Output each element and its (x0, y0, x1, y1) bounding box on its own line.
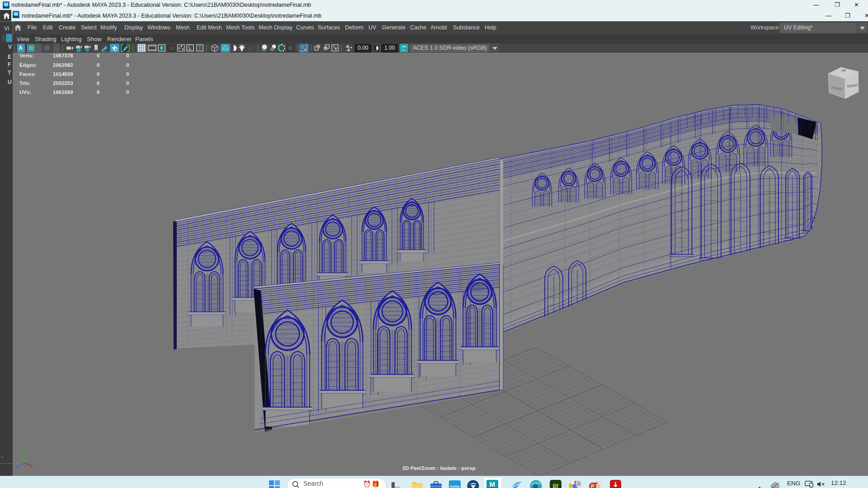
svg-text:x: x (30, 463, 33, 468)
svg-text:M: M (490, 480, 495, 488)
svg-text:P: P (591, 483, 594, 488)
svg-text:M: M (14, 12, 18, 17)
svg-text:myhp: myhp (450, 484, 459, 488)
svg-text:T: T (198, 45, 202, 51)
svg-text:z: z (16, 464, 19, 469)
svg-text:y: y (22, 450, 25, 455)
svg-text:M: M (4, 2, 8, 7)
svg-text:ON: ON (401, 47, 406, 50)
svg-text:Bf: Bf (553, 483, 559, 488)
